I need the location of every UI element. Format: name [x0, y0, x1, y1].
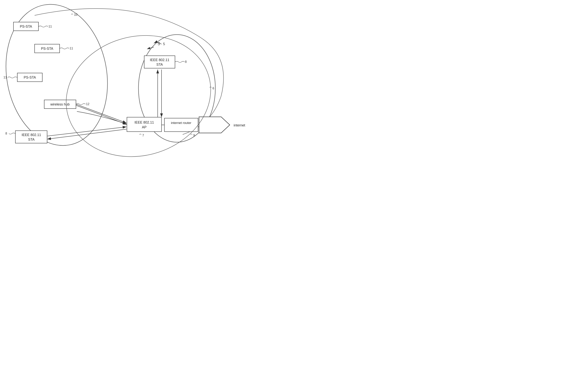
ref-10-tick [71, 14, 73, 14]
ps-sta-2-label: PS-STA [41, 47, 53, 50]
ref-9: 9 [193, 134, 195, 137]
psstas-to-ap-arrow [77, 112, 127, 124]
ieee-sta-top-line1: IEEE 802.11 [150, 58, 169, 62]
main-network-ellipse [53, 20, 225, 172]
ps-sta-3-label: PS-STA [24, 76, 36, 79]
ref-5: 5 [158, 41, 160, 46]
ieee-sta-bottom-ref-line [9, 133, 16, 134]
ieee-ap-box [127, 117, 162, 132]
ref-6: 6 [213, 87, 214, 90]
ref-9-tick [190, 134, 192, 135]
ps-sta-3-ref-line [8, 77, 17, 78]
ref5-label: 5 [163, 42, 165, 46]
ref-8-bottom: 8 [6, 132, 7, 135]
ref-11-2: 11 [70, 47, 73, 50]
ref-8-top: 8 [185, 60, 187, 64]
internet-label: internet [234, 123, 245, 127]
ps-sta-2-ref-line [60, 48, 69, 49]
internet-router-line1: internet router [171, 121, 191, 125]
sta-bottom-to-ap-arrow [47, 127, 127, 136]
ieee-ap-line1: IEEE 802.11 [134, 120, 154, 124]
internet-router-box [164, 118, 198, 132]
ieee-sta-top-line2: STA [156, 63, 163, 66]
ap-to-sta-bottom-arrow [47, 129, 127, 139]
ref-11-1: 11 [49, 25, 52, 28]
ref-12: 12 [86, 102, 89, 106]
ps-sta-1-label: PS-STA [20, 24, 32, 28]
ieee-sta-top-ref-line [175, 61, 185, 62]
ps-sta-1-ref-line [39, 26, 48, 27]
wireless-hub-label: wireless hub [50, 102, 70, 106]
network-boundary [35, 8, 224, 134]
hub-to-ap-arrow1 [76, 104, 127, 123]
ref-7-tick [139, 134, 141, 135]
internet-shape [199, 117, 230, 133]
ref-7: 7 [142, 134, 144, 137]
ieee-sta-bottom-line2: STA [28, 138, 35, 142]
ref-10: 10 [74, 13, 78, 16]
ieee-sta-bottom-line1: IEEE 802.11 [22, 133, 41, 137]
ref-11-3: 11 [4, 76, 7, 79]
ieee-ap-line2: AP [142, 125, 147, 129]
